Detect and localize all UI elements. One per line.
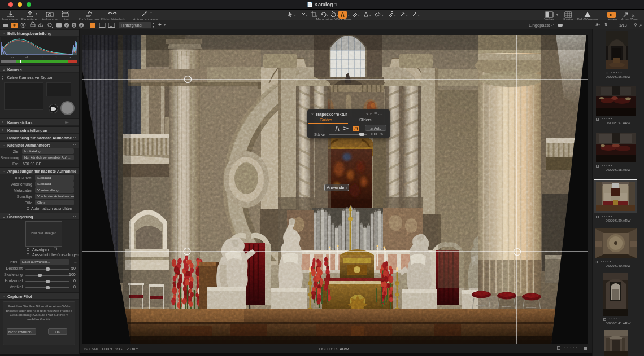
svg-text:★: ★: [80, 24, 83, 27]
svg-text:▾: ▾: [382, 14, 384, 17]
svg-text:▾: ▾: [556, 13, 558, 16]
svg-text:▾: ▾: [406, 14, 408, 17]
svg-text:▾: ▾: [36, 12, 37, 15]
svg-text:▾: ▾: [418, 14, 420, 17]
svg-text:▾: ▾: [337, 14, 338, 17]
svg-text:▾: ▾: [294, 14, 296, 17]
svg-text:▾: ▾: [327, 14, 328, 17]
svg-text:▾: ▾: [394, 14, 396, 17]
svg-text:▾: ▾: [369, 14, 371, 17]
svg-text:✓: ✓: [65, 24, 68, 27]
svg-text:▾: ▾: [316, 14, 318, 17]
svg-text:▾: ▾: [306, 14, 307, 17]
svg-text:▾: ▾: [150, 11, 152, 14]
svg-text:▾: ▾: [358, 14, 360, 17]
svg-text:▾: ▾: [348, 14, 350, 17]
